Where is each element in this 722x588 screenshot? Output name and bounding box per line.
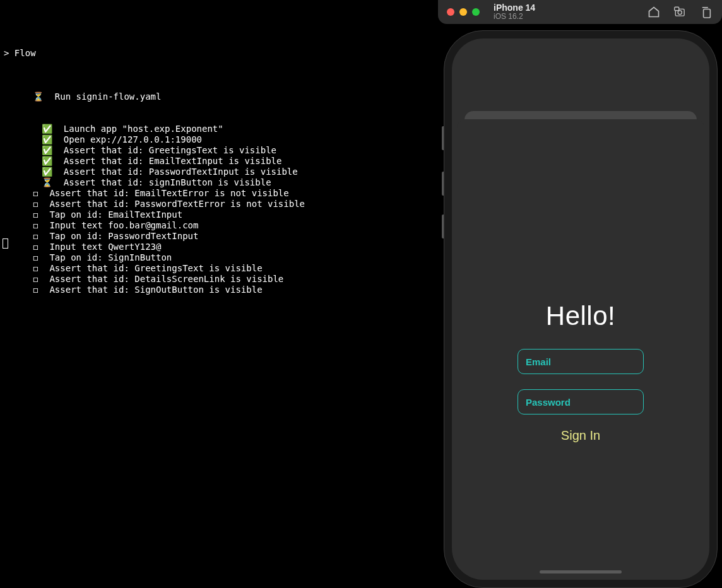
- check-icon: ✅: [42, 134, 53, 145]
- password-label: Password: [526, 397, 571, 408]
- pending-icon: ◻: [33, 209, 44, 220]
- hourglass-icon: ⏳: [42, 177, 53, 188]
- test-step: ✅ Launch app "host.exp.Exponent": [4, 124, 438, 134]
- pending-icon: ◻: [33, 274, 44, 285]
- check-icon: ✅: [42, 156, 53, 167]
- test-step: ✅ Assert that id: EmailTextInput is visi…: [4, 156, 438, 167]
- close-icon[interactable]: [447, 8, 454, 16]
- step-text: Assert that id: SignOutButton is visible: [49, 285, 262, 295]
- email-label: Email: [526, 356, 551, 367]
- step-text: Assert that id: signInButton is visible: [64, 177, 271, 187]
- step-text: Tap on id: EmailTextInput: [49, 209, 182, 220]
- pending-icon: ◻: [33, 252, 44, 263]
- email-field[interactable]: Email: [518, 349, 644, 374]
- minimize-icon[interactable]: [459, 8, 467, 16]
- step-text: Assert that id: EmailTextError is not vi…: [49, 188, 288, 198]
- terminal-cursor: [3, 238, 8, 249]
- test-step: ⏳ Assert that id: signInButton is visibl…: [4, 177, 438, 188]
- step-text: Input text foo.bar@gmail.com: [49, 220, 198, 230]
- test-step: ✅ Open exp://127.0.0.1:19000: [4, 134, 438, 145]
- screenshot-icon[interactable]: [674, 6, 687, 18]
- pending-icon: ◻: [33, 285, 44, 295]
- flow-prompt: > Flow: [4, 48, 438, 59]
- svg-rect-3: [704, 9, 711, 18]
- step-text: Assert that id: PasswordTextError is not…: [49, 199, 305, 209]
- check-icon: ✅: [42, 145, 53, 156]
- signin-button[interactable]: Sign In: [561, 428, 600, 443]
- test-step: ◻ Input text foo.bar@gmail.com: [4, 220, 438, 231]
- password-field[interactable]: Password: [518, 389, 644, 415]
- step-text: Tap on id: PasswordTextInput: [49, 231, 198, 241]
- phone-bezel: Hello! Email Password Sign In: [444, 30, 718, 588]
- terminal-output: > Flow ⏳ Run signin-flow.yaml ✅ Launch a…: [0, 0, 442, 588]
- run-text: Run signin-flow.yaml: [55, 91, 162, 102]
- home-icon[interactable]: [648, 6, 660, 18]
- run-line: ⏳ Run signin-flow.yaml: [4, 91, 438, 102]
- check-icon: ✅: [42, 124, 53, 134]
- test-step: ◻ Tap on id: EmailTextInput: [4, 209, 438, 220]
- pending-icon: ◻: [33, 199, 44, 209]
- check-icon: ✅: [42, 167, 53, 177]
- pending-icon: ◻: [33, 220, 44, 231]
- window-controls[interactable]: [447, 8, 480, 16]
- step-text: Open exp://127.0.0.1:19000: [64, 134, 202, 144]
- svg-rect-2: [675, 7, 679, 10]
- home-indicator[interactable]: [540, 570, 622, 573]
- device-name: iPhone 14: [494, 3, 535, 13]
- pending-icon: ◻: [33, 263, 44, 274]
- os-version: iOS 16.2: [494, 13, 535, 21]
- test-step: ✅ Assert that id: PasswordTextInput is v…: [4, 167, 438, 177]
- step-text: Tap on id: SignInButton: [49, 252, 172, 262]
- pending-icon: ◻: [33, 188, 44, 199]
- test-step: ◻ Assert that id: GreetingsText is visib…: [4, 263, 438, 274]
- test-step: ◻ Assert that id: EmailTextError is not …: [4, 188, 438, 199]
- hourglass-icon: ⏳: [33, 91, 44, 102]
- step-text: Input text QwertY123@: [49, 242, 161, 252]
- test-step: ◻ Assert that id: DetailsScreenLink is v…: [4, 274, 438, 285]
- step-text: Assert that id: EmailTextInput is visibl…: [64, 156, 282, 166]
- test-step: ◻ Assert that id: SignOutButton is visib…: [4, 285, 438, 295]
- step-text: Assert that id: DetailsScreenLink is vis…: [49, 274, 283, 284]
- test-step: ◻ Tap on id: SignInButton: [4, 252, 438, 263]
- step-text: Assert that id: GreetingsText is visible: [64, 145, 276, 155]
- pending-icon: ◻: [33, 242, 44, 252]
- test-step: ◻ Input text QwertY123@: [4, 242, 438, 252]
- simulator-titlebar: iPhone 14 iOS 16.2: [438, 0, 722, 24]
- test-step: ✅ Assert that id: GreetingsText is visib…: [4, 145, 438, 156]
- pending-icon: ◻: [33, 231, 44, 242]
- maximize-icon[interactable]: [472, 8, 480, 16]
- test-step: ◻ Tap on id: PasswordTextInput: [4, 231, 438, 242]
- test-step: ◻ Assert that id: PasswordTextError is n…: [4, 199, 438, 209]
- step-text: Assert that id: PasswordTextInput is vis…: [64, 167, 298, 177]
- step-text: Launch app "host.exp.Exponent": [64, 124, 223, 134]
- rotate-icon[interactable]: [701, 6, 713, 18]
- step-text: Assert that id: GreetingsText is visible: [49, 263, 262, 273]
- greetings-text: Hello!: [546, 301, 615, 331]
- phone-screen[interactable]: Hello! Email Password Sign In: [452, 38, 709, 580]
- main-card: Hello! Email Password Sign In: [457, 119, 704, 580]
- svg-point-1: [678, 11, 682, 15]
- simulator-title: iPhone 14 iOS 16.2: [494, 3, 535, 21]
